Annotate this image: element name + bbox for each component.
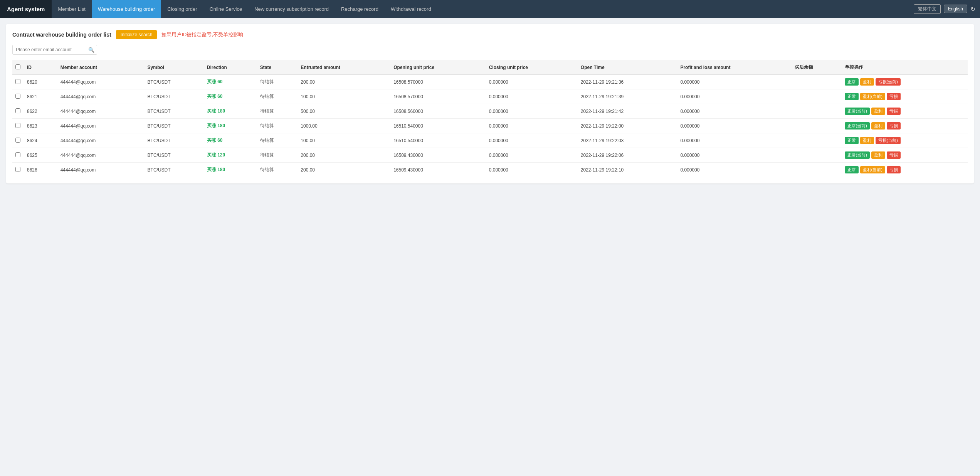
cell-balance-after-0 bbox=[792, 75, 842, 89]
action-btn-4-2[interactable]: 亏损(当前) bbox=[876, 137, 901, 144]
action-btn-4-0[interactable]: 正常 bbox=[845, 137, 859, 144]
col-header-0 bbox=[12, 60, 24, 75]
cell-state-4: 待结算 bbox=[257, 133, 298, 148]
direction-tag-2: 买涨 180 bbox=[207, 108, 225, 114]
action-btn-2-1[interactable]: 盈利 bbox=[871, 108, 885, 115]
cell-id-2: 8622 bbox=[24, 104, 57, 119]
cell-profit-loss-3: 0.000000 bbox=[677, 119, 791, 133]
action-btn-5-1[interactable]: 盈利 bbox=[871, 151, 885, 159]
search-input-wrap: 🔍 bbox=[12, 45, 97, 55]
row-checkbox-5[interactable] bbox=[15, 152, 20, 157]
cell-id-1: 8621 bbox=[24, 89, 57, 104]
action-btn-1-1[interactable]: 盈利(当前) bbox=[860, 93, 885, 100]
brand-logo: Agent system bbox=[0, 0, 52, 18]
card-header: Contract warehouse building order list I… bbox=[12, 30, 968, 39]
nav-item-withdrawal-record[interactable]: Withdrawal record bbox=[385, 0, 437, 18]
col-header-10: Profit and loss amount bbox=[677, 60, 791, 75]
action-buttons-2: 正常(当前)盈利亏损 bbox=[845, 108, 965, 115]
nav-items: Member ListWarehouse building orderClosi… bbox=[52, 0, 913, 18]
nav-item-online-service[interactable]: Online Service bbox=[203, 0, 249, 18]
cell-member-6: 444444@qq.com bbox=[57, 163, 145, 177]
cell-actions-0: 正常盈利亏损(当前) bbox=[842, 75, 968, 89]
action-buttons-4: 正常盈利亏损(当前) bbox=[845, 137, 965, 144]
nav-item-member-list[interactable]: Member List bbox=[52, 0, 92, 18]
cell-entrusted-6: 200.00 bbox=[298, 163, 390, 177]
cell-opening-price-0: 16508.570000 bbox=[390, 75, 486, 89]
cell-profit-loss-5: 0.000000 bbox=[677, 148, 791, 163]
row-checkbox-6[interactable] bbox=[15, 167, 20, 172]
action-btn-6-1[interactable]: 盈利(当前) bbox=[860, 166, 885, 173]
nav-right: 繁体中文 English ↻ bbox=[914, 4, 980, 14]
row-checkbox-4[interactable] bbox=[15, 138, 20, 143]
action-btn-0-1[interactable]: 盈利 bbox=[860, 78, 874, 86]
cell-open-time-1: 2022-11-29 19:21:39 bbox=[578, 89, 677, 104]
nav-item-closing-order[interactable]: Closing order bbox=[161, 0, 203, 18]
action-btn-3-0[interactable]: 正常(当前) bbox=[845, 122, 870, 130]
cell-profit-loss-1: 0.000000 bbox=[677, 89, 791, 104]
lang-cn-button[interactable]: 繁体中文 bbox=[914, 4, 941, 14]
nav-item-warehouse-building-order[interactable]: Warehouse building order bbox=[92, 0, 161, 18]
cell-direction-6: 买涨 180 bbox=[204, 163, 257, 177]
col-header-9: Open Time bbox=[578, 60, 677, 75]
action-btn-0-2[interactable]: 亏损(当前) bbox=[876, 78, 901, 86]
action-btn-5-0[interactable]: 正常(当前) bbox=[845, 151, 870, 159]
refresh-icon[interactable]: ↻ bbox=[970, 5, 975, 13]
init-search-button[interactable]: Initialize search bbox=[116, 30, 157, 39]
warning-text: 如果用户ID被指定盈亏,不受单控影响 bbox=[161, 31, 243, 38]
cell-opening-price-5: 16509.430000 bbox=[390, 148, 486, 163]
cell-state-0: 待结算 bbox=[257, 75, 298, 89]
cell-state-2: 待结算 bbox=[257, 104, 298, 119]
cell-member-4: 444444@qq.com bbox=[57, 133, 145, 148]
cell-open-time-6: 2022-11-29 19:22:10 bbox=[578, 163, 677, 177]
row-checkbox-cell-1 bbox=[12, 89, 24, 104]
action-btn-0-0[interactable]: 正常 bbox=[845, 78, 859, 86]
cell-state-6: 待结算 bbox=[257, 163, 298, 177]
cell-entrusted-2: 500.00 bbox=[298, 104, 390, 119]
cell-direction-4: 买涨 60 bbox=[204, 133, 257, 148]
action-btn-3-2[interactable]: 亏损 bbox=[887, 122, 901, 130]
row-checkbox-3[interactable] bbox=[15, 123, 20, 128]
action-btn-6-0[interactable]: 正常 bbox=[845, 166, 859, 173]
row-checkbox-0[interactable] bbox=[15, 79, 20, 84]
lang-en-button[interactable]: English bbox=[944, 5, 967, 13]
nav-item-new-currency-subscription[interactable]: New currency subscription record bbox=[248, 0, 335, 18]
cell-entrusted-3: 1000.00 bbox=[298, 119, 390, 133]
cell-id-3: 8623 bbox=[24, 119, 57, 133]
col-header-3: Symbol bbox=[145, 60, 204, 75]
action-btn-2-2[interactable]: 亏损 bbox=[887, 108, 901, 115]
direction-tag-4: 买涨 60 bbox=[207, 138, 223, 143]
cell-profit-loss-2: 0.000000 bbox=[677, 104, 791, 119]
action-btn-6-2[interactable]: 亏损 bbox=[887, 166, 901, 173]
action-btn-2-0[interactable]: 正常(当前) bbox=[845, 108, 870, 115]
cell-closing-price-3: 0.000000 bbox=[486, 119, 578, 133]
cell-symbol-2: BTC/USDT bbox=[145, 104, 204, 119]
action-btn-1-2[interactable]: 亏损 bbox=[887, 93, 901, 100]
select-all-checkbox[interactable] bbox=[15, 64, 20, 69]
cell-open-time-2: 2022-11-29 19:21:42 bbox=[578, 104, 677, 119]
row-checkbox-1[interactable] bbox=[15, 94, 20, 99]
action-btn-1-0[interactable]: 正常 bbox=[845, 93, 859, 100]
cell-closing-price-5: 0.000000 bbox=[486, 148, 578, 163]
cell-member-3: 444444@qq.com bbox=[57, 119, 145, 133]
action-buttons-0: 正常盈利亏损(当前) bbox=[845, 78, 965, 86]
cell-profit-loss-0: 0.000000 bbox=[677, 75, 791, 89]
table-body: 8620444444@qq.comBTC/USDT买涨 60待结算200.001… bbox=[12, 75, 968, 177]
cell-direction-5: 买涨 120 bbox=[204, 148, 257, 163]
search-input[interactable] bbox=[12, 45, 97, 55]
action-btn-4-1[interactable]: 盈利 bbox=[860, 137, 874, 144]
row-checkbox-cell-0 bbox=[12, 75, 24, 89]
cell-id-6: 8626 bbox=[24, 163, 57, 177]
cell-state-3: 待结算 bbox=[257, 119, 298, 133]
action-buttons-1: 正常盈利(当前)亏损 bbox=[845, 93, 965, 100]
row-checkbox-2[interactable] bbox=[15, 108, 20, 113]
cell-symbol-4: BTC/USDT bbox=[145, 133, 204, 148]
action-btn-5-2[interactable]: 亏损 bbox=[887, 151, 901, 159]
action-btn-3-1[interactable]: 盈利 bbox=[871, 122, 885, 130]
cell-id-0: 8620 bbox=[24, 75, 57, 89]
table-row: 8626444444@qq.comBTC/USDT买涨 180待结算200.00… bbox=[12, 163, 968, 177]
cell-direction-3: 买涨 180 bbox=[204, 119, 257, 133]
cell-actions-5: 正常(当前)盈利亏损 bbox=[842, 148, 968, 163]
cell-actions-1: 正常盈利(当前)亏损 bbox=[842, 89, 968, 104]
nav-item-recharge-record[interactable]: Recharge record bbox=[335, 0, 385, 18]
action-buttons-5: 正常(当前)盈利亏损 bbox=[845, 151, 965, 159]
